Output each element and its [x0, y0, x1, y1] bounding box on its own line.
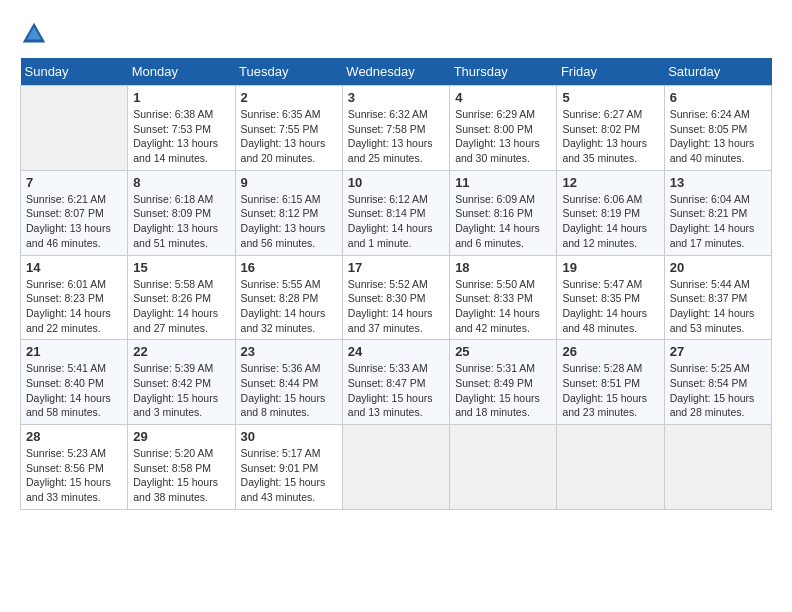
day-number: 8 [133, 175, 229, 190]
day-number: 5 [562, 90, 658, 105]
day-number: 20 [670, 260, 766, 275]
calendar-cell: 14Sunrise: 6:01 AMSunset: 8:23 PMDayligh… [21, 255, 128, 340]
day-info: Sunrise: 5:31 AMSunset: 8:49 PMDaylight:… [455, 361, 551, 420]
day-info: Sunrise: 5:28 AMSunset: 8:51 PMDaylight:… [562, 361, 658, 420]
day-info: Sunrise: 5:47 AMSunset: 8:35 PMDaylight:… [562, 277, 658, 336]
day-number: 13 [670, 175, 766, 190]
day-info: Sunrise: 5:39 AMSunset: 8:42 PMDaylight:… [133, 361, 229, 420]
day-number: 18 [455, 260, 551, 275]
calendar-cell: 18Sunrise: 5:50 AMSunset: 8:33 PMDayligh… [450, 255, 557, 340]
calendar-cell: 28Sunrise: 5:23 AMSunset: 8:56 PMDayligh… [21, 425, 128, 510]
calendar-cell: 4Sunrise: 6:29 AMSunset: 8:00 PMDaylight… [450, 86, 557, 171]
weekday-header: Sunday [21, 58, 128, 86]
calendar-cell [450, 425, 557, 510]
day-info: Sunrise: 6:09 AMSunset: 8:16 PMDaylight:… [455, 192, 551, 251]
day-info: Sunrise: 6:12 AMSunset: 8:14 PMDaylight:… [348, 192, 444, 251]
day-number: 27 [670, 344, 766, 359]
calendar-cell: 1Sunrise: 6:38 AMSunset: 7:53 PMDaylight… [128, 86, 235, 171]
day-info: Sunrise: 6:27 AMSunset: 8:02 PMDaylight:… [562, 107, 658, 166]
day-number: 10 [348, 175, 444, 190]
calendar-cell: 6Sunrise: 6:24 AMSunset: 8:05 PMDaylight… [664, 86, 771, 171]
day-info: Sunrise: 6:38 AMSunset: 7:53 PMDaylight:… [133, 107, 229, 166]
weekday-header: Wednesday [342, 58, 449, 86]
day-number: 19 [562, 260, 658, 275]
day-number: 25 [455, 344, 551, 359]
calendar-week-row: 21Sunrise: 5:41 AMSunset: 8:40 PMDayligh… [21, 340, 772, 425]
logo-icon [20, 20, 48, 48]
calendar-cell: 26Sunrise: 5:28 AMSunset: 8:51 PMDayligh… [557, 340, 664, 425]
calendar-cell: 17Sunrise: 5:52 AMSunset: 8:30 PMDayligh… [342, 255, 449, 340]
calendar-cell: 15Sunrise: 5:58 AMSunset: 8:26 PMDayligh… [128, 255, 235, 340]
weekday-header: Saturday [664, 58, 771, 86]
calendar-cell: 5Sunrise: 6:27 AMSunset: 8:02 PMDaylight… [557, 86, 664, 171]
day-number: 30 [241, 429, 337, 444]
day-number: 28 [26, 429, 122, 444]
weekday-header: Monday [128, 58, 235, 86]
day-info: Sunrise: 5:44 AMSunset: 8:37 PMDaylight:… [670, 277, 766, 336]
day-number: 4 [455, 90, 551, 105]
day-number: 7 [26, 175, 122, 190]
day-number: 9 [241, 175, 337, 190]
day-number: 11 [455, 175, 551, 190]
calendar-cell [342, 425, 449, 510]
calendar-cell: 7Sunrise: 6:21 AMSunset: 8:07 PMDaylight… [21, 170, 128, 255]
logo [20, 20, 52, 48]
day-number: 14 [26, 260, 122, 275]
day-number: 29 [133, 429, 229, 444]
day-number: 6 [670, 90, 766, 105]
day-info: Sunrise: 6:29 AMSunset: 8:00 PMDaylight:… [455, 107, 551, 166]
calendar-cell [664, 425, 771, 510]
weekday-header: Tuesday [235, 58, 342, 86]
calendar-cell: 22Sunrise: 5:39 AMSunset: 8:42 PMDayligh… [128, 340, 235, 425]
calendar-cell: 12Sunrise: 6:06 AMSunset: 8:19 PMDayligh… [557, 170, 664, 255]
calendar-cell: 20Sunrise: 5:44 AMSunset: 8:37 PMDayligh… [664, 255, 771, 340]
day-number: 26 [562, 344, 658, 359]
day-info: Sunrise: 5:36 AMSunset: 8:44 PMDaylight:… [241, 361, 337, 420]
calendar-cell: 19Sunrise: 5:47 AMSunset: 8:35 PMDayligh… [557, 255, 664, 340]
day-info: Sunrise: 5:55 AMSunset: 8:28 PMDaylight:… [241, 277, 337, 336]
day-number: 3 [348, 90, 444, 105]
calendar-cell: 8Sunrise: 6:18 AMSunset: 8:09 PMDaylight… [128, 170, 235, 255]
weekday-header: Thursday [450, 58, 557, 86]
day-info: Sunrise: 5:33 AMSunset: 8:47 PMDaylight:… [348, 361, 444, 420]
calendar-cell: 21Sunrise: 5:41 AMSunset: 8:40 PMDayligh… [21, 340, 128, 425]
day-info: Sunrise: 6:21 AMSunset: 8:07 PMDaylight:… [26, 192, 122, 251]
day-info: Sunrise: 6:04 AMSunset: 8:21 PMDaylight:… [670, 192, 766, 251]
calendar-week-row: 28Sunrise: 5:23 AMSunset: 8:56 PMDayligh… [21, 425, 772, 510]
day-number: 12 [562, 175, 658, 190]
day-info: Sunrise: 6:06 AMSunset: 8:19 PMDaylight:… [562, 192, 658, 251]
day-info: Sunrise: 5:23 AMSunset: 8:56 PMDaylight:… [26, 446, 122, 505]
calendar-cell: 29Sunrise: 5:20 AMSunset: 8:58 PMDayligh… [128, 425, 235, 510]
day-info: Sunrise: 6:24 AMSunset: 8:05 PMDaylight:… [670, 107, 766, 166]
day-info: Sunrise: 6:01 AMSunset: 8:23 PMDaylight:… [26, 277, 122, 336]
calendar-cell: 10Sunrise: 6:12 AMSunset: 8:14 PMDayligh… [342, 170, 449, 255]
calendar-cell [21, 86, 128, 171]
day-info: Sunrise: 5:41 AMSunset: 8:40 PMDaylight:… [26, 361, 122, 420]
calendar-cell [557, 425, 664, 510]
day-info: Sunrise: 5:50 AMSunset: 8:33 PMDaylight:… [455, 277, 551, 336]
day-number: 2 [241, 90, 337, 105]
day-info: Sunrise: 6:15 AMSunset: 8:12 PMDaylight:… [241, 192, 337, 251]
day-info: Sunrise: 5:17 AMSunset: 9:01 PMDaylight:… [241, 446, 337, 505]
calendar-cell: 2Sunrise: 6:35 AMSunset: 7:55 PMDaylight… [235, 86, 342, 171]
calendar-cell: 25Sunrise: 5:31 AMSunset: 8:49 PMDayligh… [450, 340, 557, 425]
day-info: Sunrise: 6:35 AMSunset: 7:55 PMDaylight:… [241, 107, 337, 166]
calendar-cell: 23Sunrise: 5:36 AMSunset: 8:44 PMDayligh… [235, 340, 342, 425]
day-number: 22 [133, 344, 229, 359]
weekday-header-row: SundayMondayTuesdayWednesdayThursdayFrid… [21, 58, 772, 86]
calendar-cell: 13Sunrise: 6:04 AMSunset: 8:21 PMDayligh… [664, 170, 771, 255]
day-info: Sunrise: 5:20 AMSunset: 8:58 PMDaylight:… [133, 446, 229, 505]
day-info: Sunrise: 6:18 AMSunset: 8:09 PMDaylight:… [133, 192, 229, 251]
day-number: 17 [348, 260, 444, 275]
calendar-cell: 27Sunrise: 5:25 AMSunset: 8:54 PMDayligh… [664, 340, 771, 425]
day-info: Sunrise: 5:52 AMSunset: 8:30 PMDaylight:… [348, 277, 444, 336]
day-info: Sunrise: 5:58 AMSunset: 8:26 PMDaylight:… [133, 277, 229, 336]
calendar-cell: 24Sunrise: 5:33 AMSunset: 8:47 PMDayligh… [342, 340, 449, 425]
calendar-cell: 16Sunrise: 5:55 AMSunset: 8:28 PMDayligh… [235, 255, 342, 340]
calendar-week-row: 1Sunrise: 6:38 AMSunset: 7:53 PMDaylight… [21, 86, 772, 171]
calendar-week-row: 7Sunrise: 6:21 AMSunset: 8:07 PMDaylight… [21, 170, 772, 255]
calendar-cell: 11Sunrise: 6:09 AMSunset: 8:16 PMDayligh… [450, 170, 557, 255]
day-number: 1 [133, 90, 229, 105]
calendar-cell: 30Sunrise: 5:17 AMSunset: 9:01 PMDayligh… [235, 425, 342, 510]
weekday-header: Friday [557, 58, 664, 86]
